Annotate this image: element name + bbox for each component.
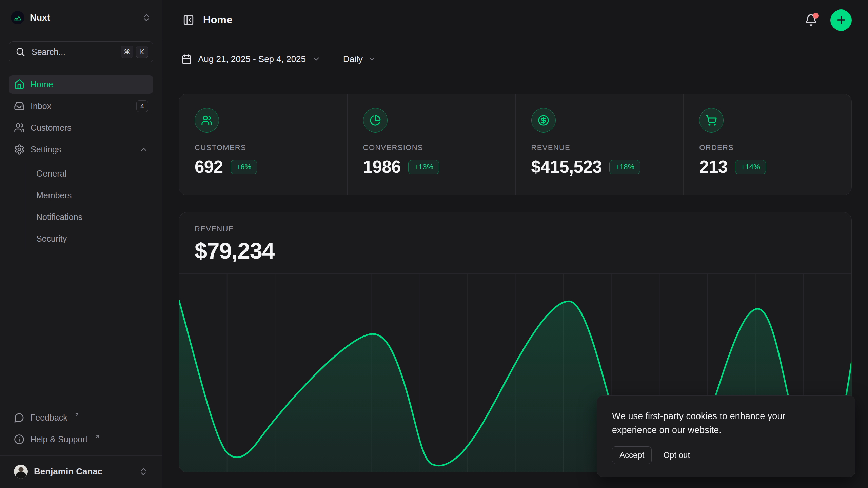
sidebar-item-feedback[interactable]: Feedback <box>9 408 153 427</box>
chevron-up-icon <box>139 145 148 154</box>
sidebar-item-customers[interactable]: Customers <box>9 119 153 137</box>
chevrons-up-down-icon <box>142 13 151 22</box>
sidebar-item-home[interactable]: Home <box>9 75 153 94</box>
sidebar-item-label: Settings <box>31 145 134 155</box>
calendar-icon <box>181 54 192 64</box>
revenue-total: $79,234 <box>195 238 836 264</box>
optout-cookies-button[interactable]: Opt out <box>663 450 690 460</box>
notifications-bell-icon[interactable] <box>805 14 817 26</box>
notification-dot <box>813 13 819 19</box>
add-button[interactable] <box>830 9 852 31</box>
stat-delta-badge: +18% <box>609 160 640 174</box>
stat-orders[interactable]: ORDERS 213 +14% <box>683 94 851 195</box>
sidebar-item-label: Home <box>31 80 148 89</box>
collapse-sidebar-icon[interactable] <box>181 12 196 28</box>
workspace-switcher[interactable]: Nuxt <box>9 8 153 27</box>
page-title: Home <box>203 14 232 26</box>
stat-customers[interactable]: CUSTOMERS 692 +6% <box>179 94 347 195</box>
home-icon <box>14 79 25 90</box>
search-shortcut: ⌘ K <box>121 46 148 58</box>
kbd-cmd: ⌘ <box>121 46 133 58</box>
interval-select[interactable]: Daily <box>343 54 376 64</box>
user-section: Benjamin Canac <box>0 455 162 488</box>
sidebar-item-help-support[interactable]: Help & Support <box>9 430 153 449</box>
stat-revenue[interactable]: REVENUE $415,523 +18% <box>515 94 684 195</box>
stat-delta-badge: +6% <box>231 160 257 174</box>
sidebar-footer: Feedback Help & Support <box>9 408 153 455</box>
search-placeholder: Search... <box>32 47 115 57</box>
sidebar-subitem-label: Members <box>36 190 72 200</box>
avatar <box>14 465 28 479</box>
footer-item-label: Help & Support <box>30 434 88 444</box>
sidebar-item-general[interactable]: General <box>25 163 153 184</box>
stat-label: ORDERS <box>699 143 836 152</box>
revenue-label: REVENUE <box>195 225 836 233</box>
sidebar-subitem-label: Security <box>36 234 67 244</box>
sidebar-nav: Home Inbox 4 Customers Settings <box>9 75 153 249</box>
gear-icon <box>14 144 25 155</box>
stats-grid: CUSTOMERS 692 +6% CONVERSIONS 1986 +13% <box>179 94 852 195</box>
cookie-message: We use first-party cookies to enhance yo… <box>612 409 809 437</box>
kbd-k: K <box>136 46 148 58</box>
chevron-down-icon <box>368 55 376 63</box>
date-range-picker[interactable]: Aug 21, 2025 - Sep 4, 2025 <box>181 54 321 64</box>
stat-delta-badge: +13% <box>408 160 439 174</box>
stat-delta-badge: +14% <box>735 160 766 174</box>
external-link-icon <box>94 434 100 440</box>
cookie-banner: We use first-party cookies to enhance yo… <box>597 395 855 477</box>
workspace-name: Nuxt <box>30 13 136 23</box>
sidebar-item-settings[interactable]: Settings <box>9 140 153 159</box>
footer-item-label: Feedback <box>30 413 67 423</box>
external-link-icon <box>74 412 80 418</box>
sidebar-item-notifications[interactable]: Notifications <box>25 206 153 228</box>
stat-value: 1986 <box>363 157 401 177</box>
pie-chart-icon <box>363 108 388 133</box>
date-range-value: Aug 21, 2025 - Sep 4, 2025 <box>198 54 306 64</box>
search-icon <box>15 47 25 57</box>
sidebar: Nuxt Search... ⌘ K Home <box>0 0 162 488</box>
stat-label: CONVERSIONS <box>363 143 500 152</box>
topbar-left: Home <box>181 12 232 28</box>
user-name: Benjamin Canac <box>34 466 133 477</box>
filterbar: Aug 21, 2025 - Sep 4, 2025 Daily <box>162 40 868 78</box>
interval-value: Daily <box>343 54 363 64</box>
sidebar-item-security[interactable]: Security <box>25 228 153 249</box>
search-input[interactable]: Search... ⌘ K <box>9 41 153 62</box>
sidebar-item-members[interactable]: Members <box>25 184 153 206</box>
stat-value: $415,523 <box>531 157 602 177</box>
users-icon <box>14 122 25 133</box>
sidebar-subitem-label: Notifications <box>36 212 82 222</box>
info-circle-icon <box>14 434 24 445</box>
sidebar-item-label: Inbox <box>31 101 131 111</box>
chevrons-up-down-icon <box>139 467 148 476</box>
inbox-icon <box>14 101 25 111</box>
dollar-circle-icon <box>531 108 556 133</box>
shopping-cart-icon <box>699 108 724 133</box>
revenue-head: REVENUE $79,234 <box>179 212 851 264</box>
stat-label: REVENUE <box>531 143 668 152</box>
message-bubble-icon <box>14 412 24 423</box>
sidebar-item-label: Customers <box>31 123 148 133</box>
users-icon <box>195 108 219 133</box>
stat-label: CUSTOMERS <box>195 143 332 152</box>
chevron-down-icon <box>312 55 321 63</box>
topbar: Home <box>162 0 868 40</box>
cookie-actions: Accept Opt out <box>612 446 840 464</box>
settings-subnav: General Members Notifications Security <box>25 163 153 249</box>
stat-value: 692 <box>195 157 223 177</box>
stat-conversions[interactable]: CONVERSIONS 1986 +13% <box>347 94 515 195</box>
stat-value: 213 <box>699 157 728 177</box>
nuxt-logo <box>11 11 24 24</box>
topbar-right <box>805 9 852 31</box>
sidebar-item-inbox[interactable]: Inbox 4 <box>9 97 153 115</box>
accept-cookies-button[interactable]: Accept <box>612 446 652 464</box>
sidebar-subitem-label: General <box>36 169 66 179</box>
inbox-count-badge: 4 <box>136 100 148 112</box>
user-menu[interactable]: Benjamin Canac <box>9 463 153 481</box>
